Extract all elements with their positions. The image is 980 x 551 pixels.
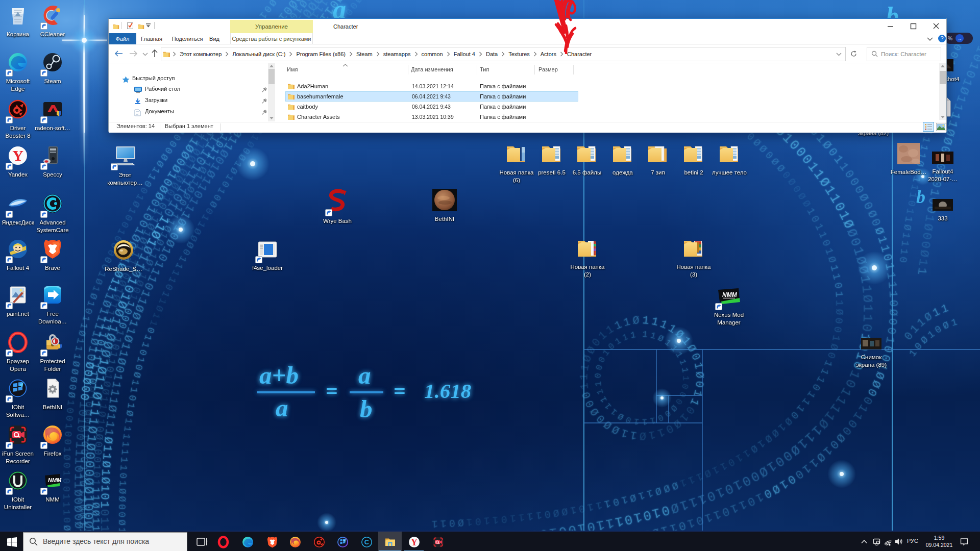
svg-text:Y: Y <box>12 147 23 164</box>
svg-text:=: = <box>394 379 406 403</box>
svg-text:NMM: NMM <box>48 477 62 483</box>
svg-text:Y: Y <box>411 537 418 547</box>
svg-text:NMM: NMM <box>722 291 738 298</box>
svg-text:?: ? <box>940 35 943 41</box>
svg-text:=: = <box>326 379 338 403</box>
svg-text:a: a <box>358 361 371 389</box>
svg-text:b: b <box>360 395 373 423</box>
svg-text:a+b: a+b <box>259 361 299 389</box>
svg-text:a: a <box>276 394 288 422</box>
svg-text:C: C <box>364 538 370 546</box>
svg-text:1.618: 1.618 <box>424 379 471 403</box>
